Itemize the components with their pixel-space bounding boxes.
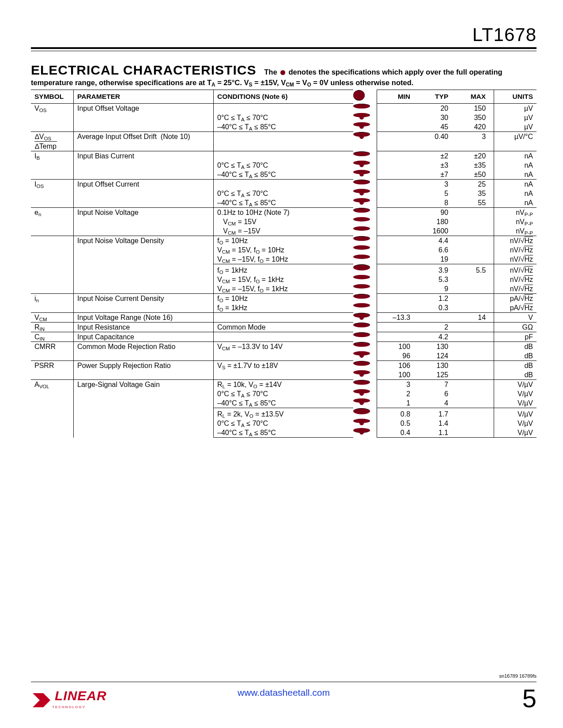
min-cell	[377, 113, 418, 122]
min-cell	[377, 208, 418, 218]
typ-cell: 0.40	[418, 132, 456, 151]
typ-cell	[418, 313, 456, 323]
section-title: ELECTRICAL CHARACTERISTICS	[31, 63, 256, 77]
parameter-cell: Input Noise Voltage Density	[74, 236, 214, 294]
conditions-cell: Common Mode	[214, 323, 354, 332]
min-cell	[377, 151, 418, 161]
table-row: IOSInput Offset Current325nA	[31, 180, 537, 189]
typ-cell: 6	[418, 389, 456, 398]
col-symbol: SYMBOL	[31, 90, 74, 104]
conditions-cell: RL = 2k, VO = ±13.5V	[214, 408, 354, 419]
conditions-cell: VCM = 15V	[214, 217, 354, 226]
table-row: enInput Noise Voltage0.1Hz to 10Hz (Note…	[31, 208, 537, 218]
units-cell: V/µV	[494, 380, 537, 390]
min-cell: 0.8	[377, 408, 418, 419]
min-cell: 3	[377, 380, 418, 390]
parameter-cell: Input Bias Current	[74, 151, 214, 180]
header-rule	[31, 47, 537, 51]
max-cell	[456, 419, 494, 428]
conditions-cell: –40°C ≤ TA ≤ 85°C	[214, 198, 354, 208]
table-row: IBInput Bias Current±2±20nA	[31, 151, 537, 161]
max-cell	[456, 428, 494, 438]
conditions-cell: fO = 10Hz	[214, 294, 354, 304]
table-row: CMRRCommon Mode Rejection RatioVCM = –13…	[31, 342, 537, 352]
typ-cell: 30	[418, 113, 456, 122]
temp-range-dot	[353, 217, 370, 221]
symbol-cell: VCM	[31, 313, 74, 323]
col-conditions: CONDITIONS (Note 6)	[214, 90, 354, 104]
temp-range-dot	[353, 264, 370, 270]
max-cell	[456, 208, 494, 218]
logo-text: LINEAR	[55, 688, 107, 703]
typ-cell: 130	[418, 342, 456, 352]
footer: sn16789 16789fs www.datasheetall.com LIN…	[31, 675, 537, 710]
max-cell: 5.5	[456, 264, 494, 275]
table-row: ∆VOS∆TempAverage Input Offset Drift (Not…	[31, 132, 537, 151]
col-dot	[353, 90, 365, 101]
vendor-logo: LINEAR TECHNOLOGY	[31, 691, 107, 709]
temp-range-dot	[353, 122, 370, 127]
typ-cell: 1.7	[418, 408, 456, 419]
units-cell: pA/√Hz	[494, 303, 537, 313]
min-cell	[377, 132, 418, 151]
typ-cell: 4.4	[418, 236, 456, 246]
parameter-cell: Average Input Offset Drift (Note 10)	[74, 132, 214, 151]
section-subtitle-a: The	[264, 68, 277, 76]
min-cell	[377, 226, 418, 236]
min-cell	[377, 104, 418, 113]
max-cell: 150	[456, 104, 494, 113]
symbol-cell: in	[31, 294, 74, 313]
typ-cell: 5.3	[418, 275, 456, 284]
typ-cell: 130	[418, 361, 456, 371]
min-cell	[377, 170, 418, 180]
symbol-cell: VOS	[31, 104, 74, 132]
conditions-cell: RL = 10k, VO = ±14V	[214, 380, 354, 390]
units-cell: dB	[494, 361, 537, 371]
max-cell: 350	[456, 113, 494, 122]
table-row: RINInput ResistanceCommon Mode2GΩ	[31, 323, 537, 332]
typ-cell: 1600	[418, 226, 456, 236]
temp-range-dot	[353, 113, 370, 117]
conditions-cell	[214, 104, 354, 113]
typ-cell: 45	[418, 122, 456, 132]
units-cell: nV/√Hz	[494, 255, 537, 264]
min-cell	[377, 294, 418, 304]
temp-range-dot	[353, 226, 370, 231]
section-subtitle-b: denotes the specifications which apply o…	[288, 68, 502, 76]
typ-cell: 19	[418, 255, 456, 264]
footer-rule	[31, 682, 537, 682]
units-cell: nA	[494, 170, 537, 180]
col-max: MAX	[456, 90, 494, 104]
table-row: VCMInput Voltage Range (Note 16)–13.314V	[31, 313, 537, 323]
temp-range-dot	[353, 323, 370, 327]
conditions-cell: VCM = –13.3V to 14V	[214, 342, 354, 352]
table-header-row: SYMBOL PARAMETER CONDITIONS (Note 6) MIN…	[31, 90, 537, 104]
conditions-cell: 0°C ≤ TA ≤ 70°C	[214, 113, 354, 122]
units-cell: µV	[494, 104, 537, 113]
temp-range-dot	[353, 408, 370, 414]
temp-range-dot	[353, 303, 370, 308]
max-cell	[456, 217, 494, 226]
max-cell	[456, 236, 494, 246]
units-cell: nV/√Hz	[494, 264, 537, 275]
typ-cell: 3.9	[418, 264, 456, 275]
typ-cell: 1.2	[418, 294, 456, 304]
typ-cell: 7	[418, 380, 456, 390]
max-cell: ±35	[456, 161, 494, 170]
units-cell: nV/√Hz	[494, 284, 537, 294]
typ-cell: 180	[418, 217, 456, 226]
conditions-cell	[214, 151, 354, 161]
col-units: UNITS	[494, 90, 537, 104]
min-cell	[377, 264, 418, 275]
source-url: www.datasheetall.com	[31, 687, 537, 698]
typ-cell: 124	[418, 351, 456, 361]
min-cell	[377, 198, 418, 208]
doc-code: sn16789 16789fs	[499, 673, 537, 679]
min-cell: 106	[377, 361, 418, 371]
min-cell	[377, 217, 418, 226]
max-cell: ±50	[456, 170, 494, 180]
table-row: VOSInput Offset Voltage20150µV	[31, 104, 537, 113]
temp-range-dot	[353, 170, 370, 174]
units-cell: dB	[494, 342, 537, 352]
temp-range-dot	[353, 284, 370, 289]
